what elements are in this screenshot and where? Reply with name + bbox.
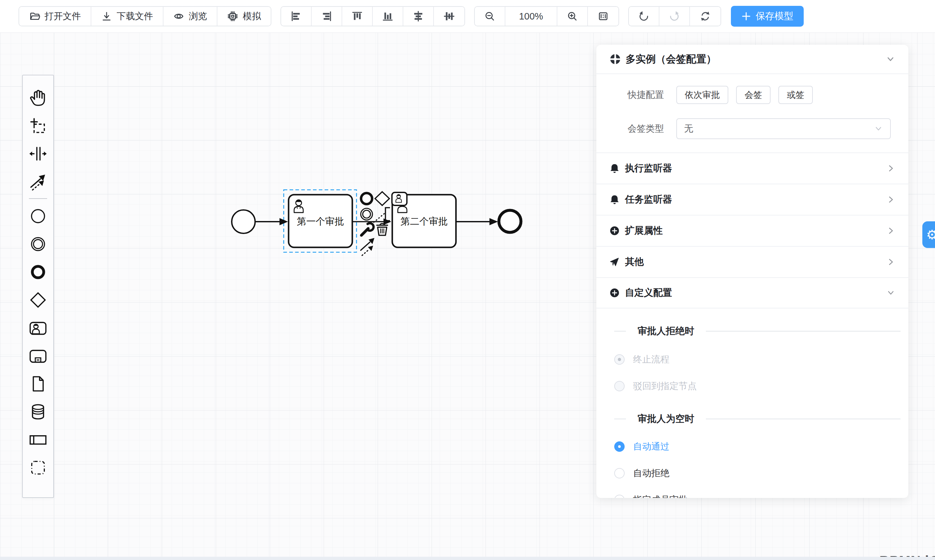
undo-button[interactable] (629, 7, 660, 26)
radio-assign-member[interactable]: 指定成员审批 (614, 494, 908, 498)
align-right-icon (321, 11, 332, 22)
redo-button[interactable] (660, 7, 690, 26)
multi-type-select[interactable]: 无 (676, 118, 891, 139)
canvas[interactable]: 第一个审批 第二个审批 (0, 32, 935, 557)
section-label: 自定义配置 (625, 286, 672, 299)
append-intermediate-event-icon[interactable] (361, 208, 372, 220)
align-bottom-button[interactable] (373, 7, 403, 26)
radio-terminate-process[interactable]: 终止流程 (614, 353, 908, 366)
zoom-out-icon (484, 11, 495, 22)
radio-indicator (614, 495, 624, 498)
palette-create-start-event[interactable] (28, 202, 48, 230)
palette-lasso-tool[interactable] (28, 112, 48, 140)
quick-config-countersign-button[interactable]: 会签 (736, 86, 770, 104)
section-task-listener[interactable]: 任务监听器 (597, 184, 908, 215)
palette-create-group[interactable] (28, 454, 48, 482)
quick-config-orsign-button[interactable]: 或签 (778, 86, 813, 104)
quick-config-row: 快捷配置 依次审批 会签 或签 (609, 86, 908, 104)
chevron-down-icon[interactable] (886, 54, 895, 64)
open-file-button[interactable]: 打开文件 (19, 7, 91, 26)
accordion-sections: 执行监听器 任务监听器 (597, 152, 908, 308)
chip-icon (227, 11, 238, 22)
palette-space-tool[interactable] (28, 140, 48, 168)
zoom-out-button[interactable] (475, 7, 505, 26)
plus-circle-icon (609, 226, 620, 236)
palette-global-connect-tool[interactable] (28, 168, 48, 195)
append-user-task-icon[interactable] (392, 192, 407, 205)
chevron-right-icon (886, 164, 895, 173)
chevron-down-icon (886, 288, 895, 297)
align-center-horizontal-icon (413, 11, 424, 22)
wrench-icon[interactable] (361, 223, 374, 235)
align-center-vertical-button[interactable] (434, 7, 464, 26)
palette-create-data-store[interactable] (28, 398, 48, 426)
quick-config-buttons: 依次审批 会签 或签 (676, 86, 813, 104)
zoom-in-button[interactable] (557, 7, 588, 26)
undo-icon (638, 11, 649, 22)
align-bottom-icon (382, 11, 393, 22)
radio-auto-reject[interactable]: 自动拒绝 (614, 467, 908, 479)
palette-divider (29, 198, 47, 199)
download-file-label: 下载文件 (117, 10, 153, 22)
section-label: 任务监听器 (625, 193, 672, 206)
reject-section-title: 审批人拒绝时 (638, 325, 694, 338)
multi-type-label: 会签类型 (609, 123, 664, 135)
simulate-button[interactable]: 模拟 (217, 7, 271, 26)
save-model-button[interactable]: 保存模型 (731, 6, 804, 27)
palette-create-subprocess[interactable] (28, 342, 48, 370)
trash-icon[interactable] (376, 224, 388, 235)
section-execution-listener[interactable]: 执行监听器 (597, 152, 908, 184)
user-task-2[interactable] (392, 195, 456, 247)
radio-return-to-node[interactable]: 驳回到指定节点 (614, 380, 908, 392)
align-top-button[interactable] (342, 7, 373, 26)
palette-hand-tool[interactable] (28, 84, 48, 112)
radio-label: 驳回到指定节点 (633, 380, 697, 392)
simulate-label: 模拟 (243, 10, 261, 22)
connect-tool-icon[interactable] (361, 238, 374, 255)
align-center-horizontal-button[interactable] (403, 7, 434, 26)
page-bottom-strip (0, 557, 935, 560)
start-event[interactable] (232, 210, 255, 233)
user-task-1[interactable] (289, 195, 352, 247)
user-task-icon (294, 200, 303, 212)
palette-create-user-task[interactable] (28, 314, 48, 342)
radio-label: 指定成员审批 (633, 494, 688, 498)
radio-auto-pass[interactable]: 自动通过 (614, 440, 908, 453)
append-gateway-icon[interactable] (375, 192, 389, 205)
user-task-icon (29, 318, 48, 337)
palette-create-intermediate-event[interactable] (28, 230, 48, 258)
intermediate-event-icon (29, 235, 48, 254)
user-task-1-label: 第一个审批 (297, 216, 344, 226)
multi-type-value: 无 (684, 123, 874, 135)
download-file-button[interactable]: 下载文件 (91, 7, 163, 26)
global-connect-icon (29, 172, 48, 191)
end-event[interactable] (499, 210, 521, 232)
palette-create-participant[interactable] (28, 426, 48, 454)
section-custom-config[interactable]: 自定义配置 (597, 277, 908, 308)
preview-button[interactable]: 浏览 (163, 7, 217, 26)
settings-tab[interactable]: ⚙ (922, 222, 935, 248)
fit-viewport-button[interactable] (588, 7, 618, 26)
gear-icon: ⚙ (926, 228, 935, 241)
panel-header[interactable]: 多实例（会签配置） (597, 45, 908, 74)
align-right-button[interactable] (312, 7, 342, 26)
append-text-annotation-icon[interactable] (374, 208, 390, 222)
participant-icon (29, 430, 48, 449)
radio-indicator (614, 381, 624, 391)
file-toolbar-group: 打开文件 下载文件 浏览 模 (18, 6, 271, 26)
save-model-label: 保存模型 (756, 10, 793, 23)
palette-create-end-event[interactable] (28, 258, 48, 286)
zoom-in-icon (567, 11, 578, 22)
radio-label: 自动拒绝 (633, 467, 669, 479)
section-other[interactable]: 其他 (597, 246, 908, 277)
palette-create-data-object[interactable] (28, 370, 48, 398)
section-extended-properties[interactable]: 扩展属性 (597, 215, 908, 246)
zoom-toolbar-group: 100% (474, 6, 619, 26)
quick-config-sequential-button[interactable]: 依次审批 (676, 86, 728, 104)
reset-button[interactable] (690, 7, 721, 26)
custom-config-body: 审批人拒绝时 终止流程 驳回到指定节点 审批人为空时 自动通过 (597, 325, 908, 498)
align-left-button[interactable] (281, 7, 312, 26)
append-end-event-icon[interactable] (361, 193, 372, 204)
palette-create-gateway[interactable] (28, 286, 48, 314)
align-top-icon (352, 11, 363, 22)
